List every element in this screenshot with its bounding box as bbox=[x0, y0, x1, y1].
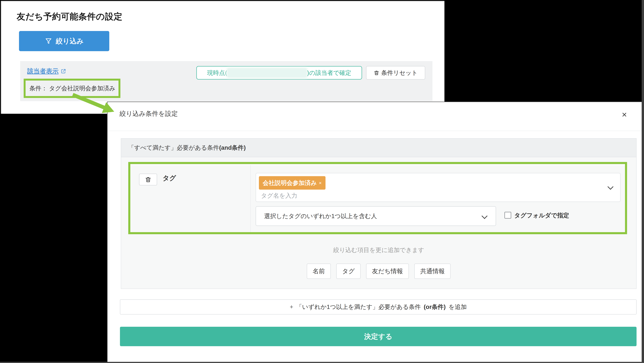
and-condition-card: 「すべて満たす」必要がある条件 (and条件) タグ 会社説明会参加済み × タ… bbox=[121, 138, 636, 289]
annotation-highlight-condition: 条件： タグ会社説明会参加済み bbox=[24, 79, 120, 98]
filter-button-label: 絞り込み bbox=[56, 37, 84, 46]
condition-summary-bar: 該当者表示 条件： タグ会社説明会参加済み 現時点( )の該当者で確定 条件リセ… bbox=[20, 61, 432, 101]
add-condition-hint: 絞り込む項目を更に追加できます bbox=[121, 246, 636, 254]
confirm-current-users-button[interactable]: 現時点( )の該当者で確定 bbox=[196, 66, 362, 80]
close-icon[interactable]: × bbox=[622, 110, 627, 119]
condition-type-label: タグ bbox=[162, 174, 176, 182]
row-cell-divider bbox=[250, 165, 250, 232]
or-button-text: 「いずれか1つ以上を満たす」必要がある条件 bbox=[296, 303, 421, 311]
filter-condition-modal: 絞り込み条件を設定 × 「すべて満たす」必要がある条件 (and条件) タグ 会… bbox=[107, 102, 642, 362]
remove-tag-icon[interactable]: × bbox=[319, 180, 322, 186]
trash-icon bbox=[374, 70, 380, 76]
tag-input-placeholder: タグ名を入力 bbox=[261, 192, 297, 200]
and-header-bold: (and条件) bbox=[219, 144, 246, 152]
tag-folder-checkbox[interactable] bbox=[504, 212, 511, 219]
or-button-bold: (or条件) bbox=[424, 303, 446, 311]
delete-condition-button[interactable] bbox=[139, 174, 157, 185]
trash-icon bbox=[145, 176, 152, 183]
page-title: 友だち予約可能条件の設定 bbox=[17, 11, 122, 23]
add-tag-button[interactable]: タグ bbox=[336, 264, 360, 279]
match-mode-value: 選択したタグのいずれか1つ以上を含む人 bbox=[264, 212, 377, 220]
redacted-datetime bbox=[228, 68, 306, 77]
modal-header-divider bbox=[108, 131, 642, 131]
add-condition-button-row: 名前 タグ 友だち情報 共通情報 bbox=[121, 264, 636, 279]
add-or-condition-button[interactable]: + 「いずれか1つ以上を満たす」必要がある条件(or条件)を追加 bbox=[120, 299, 636, 314]
show-matching-users-label: 該当者表示 bbox=[27, 67, 58, 76]
or-button-suffix: を追加 bbox=[449, 303, 467, 311]
match-mode-select[interactable]: 選択したタグのいずれか1つ以上を含む人 bbox=[256, 206, 496, 226]
confirm-prefix: 現時点( bbox=[207, 69, 227, 77]
chevron-down-icon bbox=[608, 184, 614, 190]
frame-edge-bottom bbox=[0, 362, 644, 363]
external-link-icon bbox=[61, 68, 66, 74]
modal-title: 絞り込み条件を設定 bbox=[120, 109, 178, 118]
chevron-down-icon bbox=[482, 213, 488, 219]
add-friend-info-button[interactable]: 友だち情報 bbox=[366, 264, 409, 279]
condition-reset-label: 条件リセット bbox=[381, 69, 418, 77]
frame-edge-right bbox=[642, 0, 644, 363]
tag-multiselect-input[interactable]: 会社説明会参加済み × タグ名を入力 bbox=[256, 173, 620, 202]
add-common-info-button[interactable]: 共通情報 bbox=[414, 264, 450, 279]
row-top-border bbox=[131, 165, 626, 165]
add-name-button[interactable]: 名前 bbox=[307, 264, 331, 279]
confirm-button[interactable]: 決定する bbox=[120, 327, 636, 346]
selected-tag-chip[interactable]: 会社説明会参加済み × bbox=[259, 176, 326, 190]
row-bottom-border bbox=[131, 232, 626, 233]
condition-reset-button[interactable]: 条件リセット bbox=[366, 66, 425, 80]
confirm-button-label: 決定する bbox=[364, 332, 392, 341]
settings-page: 友だち予約可能条件の設定 絞り込み 該当者表示 条件： タグ会社説明会参加済み … bbox=[1, 1, 444, 114]
confirm-suffix: )の該当者で確定 bbox=[307, 69, 351, 77]
condition-text: 条件： タグ会社説明会参加済み bbox=[26, 84, 115, 92]
plus-icon: + bbox=[290, 304, 293, 310]
selected-tag-label: 会社説明会参加済み bbox=[263, 179, 317, 187]
filter-button[interactable]: 絞り込み bbox=[19, 31, 109, 51]
funnel-icon bbox=[45, 37, 52, 45]
and-condition-header: 「すべて満たす」必要がある条件 (and条件) bbox=[121, 139, 636, 157]
tag-folder-checkbox-label: タグフォルダで指定 bbox=[514, 211, 569, 219]
and-header-text: 「すべて満たす」必要がある条件 bbox=[128, 144, 219, 152]
show-matching-users-link[interactable]: 該当者表示 bbox=[27, 67, 66, 76]
